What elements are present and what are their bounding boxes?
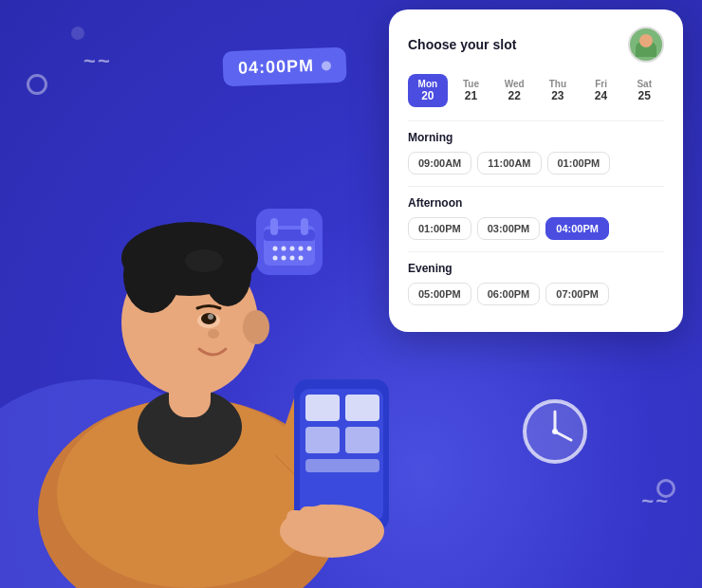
slot-0100pm-morning[interactable]: 01:00PM [547,152,611,175]
divider-2 [408,186,664,187]
morning-slots: 09:00AM 11:00AM 01:00PM [408,152,664,175]
divider-1 [408,120,664,121]
slot-card-title: Choose your slot [408,37,516,52]
person-illustration [0,19,427,588]
svg-rect-39 [305,427,340,453]
afternoon-slots: 01:00PM 03:00PM 04:00PM [408,217,664,240]
squiggle-bottom: ~ ~ [641,489,666,514]
day-wed[interactable]: Wed 22 [494,74,534,107]
slot-0100pm[interactable]: 01:00PM [408,217,471,240]
svg-rect-38 [345,395,379,421]
day-fri[interactable]: Fri 24 [582,74,621,107]
day-mon[interactable]: Mon 20 [408,74,448,107]
section-evening-label: Evening [408,262,664,275]
divider-3 [408,251,664,252]
svg-rect-40 [345,427,379,453]
slot-card-header: Choose your slot [408,27,664,63]
day-sat[interactable]: Sat 25 [624,74,664,107]
section-afternoon-label: Afternoon [408,196,664,210]
background: ~ ~ ~ ~ 04:00PM [0,0,702,588]
svg-rect-46 [315,505,332,518]
svg-point-30 [243,310,269,344]
clock-icon [522,398,588,465]
slot-0500pm[interactable]: 05:00PM [408,283,471,305]
section-morning-label: Morning [408,131,664,144]
slot-1100[interactable]: 11:00AM [477,152,541,175]
slot-0600pm[interactable]: 06:00PM [477,283,541,305]
evening-slots: 05:00PM 06:00PM 07:00PM [408,283,664,305]
svg-point-34 [208,329,219,339]
svg-rect-41 [305,459,379,472]
day-tue[interactable]: Tue 21 [452,74,491,107]
svg-point-29 [185,249,223,272]
svg-point-33 [208,314,213,320]
slot-0700pm[interactable]: 07:00PM [545,283,609,305]
day-thu[interactable]: Thu 23 [538,74,578,107]
svg-rect-47 [330,505,347,519]
days-row[interactable]: Mon 20 Tue 21 Wed 22 Thu 23 Fri 24 Sat 2… [408,74,664,107]
slot-0300pm[interactable]: 03:00PM [477,217,541,240]
svg-rect-37 [305,395,340,421]
avatar [628,27,664,63]
slot-0400pm[interactable]: 04:00PM [545,217,609,240]
svg-rect-43 [289,517,375,547]
slot-card: Choose your slot Mon 20 Tue 21 Wed 22 Th… [389,9,683,332]
svg-rect-45 [300,506,317,520]
slot-0900[interactable]: 09:00AM [408,152,471,175]
